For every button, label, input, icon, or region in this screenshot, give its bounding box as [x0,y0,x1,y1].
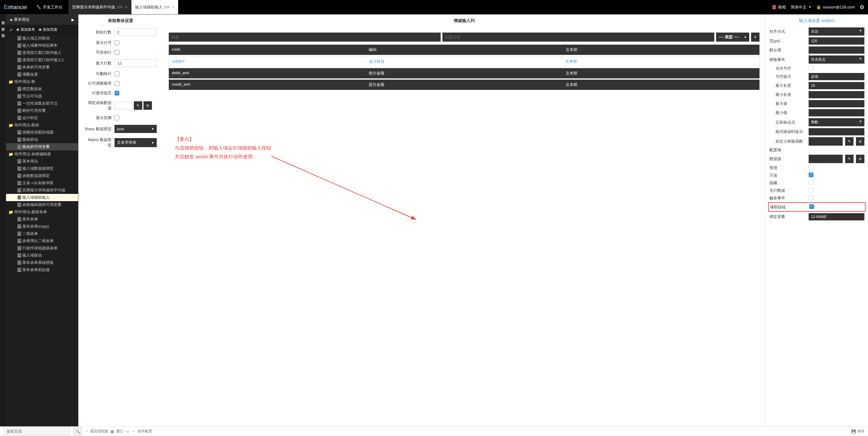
tree-item[interactable]: 表单的可用变量 [6,64,78,71]
tree-item[interactable]: 输入域事件响应脚本 [6,42,78,49]
tree-item[interactable]: 📁组件用法-树 [6,78,78,85]
prop-input-empty_tip[interactable] [809,73,864,80]
prop-input-format_error[interactable] [809,128,864,135]
edit-icon[interactable]: ✎ [845,155,854,163]
add-page-button[interactable]: ✚ 添加页面 [38,27,57,32]
prop-input-width[interactable] [809,37,864,45]
tree-item[interactable]: 一次性加载全部节点 [6,100,78,107]
tree-item[interactable]: 会计科目 [6,114,78,121]
tree-item[interactable]: 饼图柱状图折线图 [6,129,78,136]
select-col-type[interactable]: ---- 类型 ----▼ [716,33,749,41]
prop-input-min_len[interactable] [809,91,864,98]
prop-input-datasource[interactable] [809,155,843,163]
tree-item[interactable]: 输入域之间联动 [6,35,78,42]
search-input[interactable] [4,427,70,436]
tree-item[interactable]: 树的可用变量 [6,107,78,114]
search-button[interactable]: 🔍 [73,427,82,436]
prop-check-hidden[interactable] [809,180,813,185]
prop-check-no_row_data[interactable] [809,187,813,192]
tree-item[interactable]: 绑定数据表 [6,85,78,93]
tree-item[interactable]: 📁组件用法-表格编辑器 [6,150,78,158]
user-menu[interactable]: 🔒 soooon@126.com [816,5,855,9]
check-can-add-row[interactable] [115,50,119,55]
edit-icon[interactable]: ✎ [845,137,854,146]
expand-icon[interactable]: ⤢ [10,27,13,32]
prop-select-validate_event[interactable]: 失去焦点▼ [809,56,864,64]
tree-item[interactable]: 输入域辅助输入 [6,194,78,201]
check-show-footer[interactable] [115,115,119,120]
prop-input-min_val[interactable] [809,109,864,116]
prop-select-align[interactable]: 左边▼ [809,27,864,36]
tree-item[interactable]: 基本用法 [6,158,78,165]
add-col-button[interactable]: + [751,33,760,41]
tree-item[interactable]: 主表->从表格详情 [6,179,78,187]
tree-item[interactable]: 表格编辑器的可用变量 [6,201,78,208]
tree-item[interactable]: 📁组件用法-图表 [6,121,78,129]
block-icon[interactable]: ⊘ [856,137,864,146]
tree-item[interactable]: 图表的可用变量 [6,143,78,150]
input-max-rows[interactable] [115,59,157,67]
prop-input-default_val[interactable] [809,47,864,54]
prop-input-max_len[interactable] [809,82,864,89]
tab-1[interactable]: 页脚显示求和值和平均值 185 × [68,0,131,14]
tree-item[interactable]: 基本表单(copy) [6,223,78,230]
gear-icon[interactable]: ⚙ [860,4,864,10]
tree-item[interactable]: 使用其它窗口组件输入 [6,49,78,56]
prop-input-custom_validate[interactable] [809,137,843,146]
prop-input-bind_var[interactable] [809,213,864,221]
tree-item[interactable]: 二维表单 [6,230,78,237]
column-row[interactable]: credit_amt贷方金额文本框 [169,80,760,90]
check-row-sortable[interactable] [115,81,119,86]
column-row[interactable]: subject会计科目文本框 [169,56,760,67]
tree-item[interactable]: 图表联动 [6,136,78,143]
input-col-name[interactable] [169,33,441,41]
tree-item[interactable]: 节点可勾选 [6,93,78,100]
add-menu-button[interactable]: ✚ 添加菜单 [16,27,35,32]
back-link[interactable]: ← 返回流程图 [86,429,108,434]
tree-item[interactable]: 表单弹出二维表单 [6,237,78,244]
tab-2[interactable]: 输入域辅助输入 188 × [131,0,179,14]
input-bind-ds[interactable] [115,102,133,110]
prop-check-assist_btn[interactable] [809,204,814,209]
select-matrix-dt[interactable]: 文本字符串▼ [115,138,157,147]
tree-item[interactable]: 表格数据源绑定 [6,172,78,179]
column-row[interactable]: debit_amt借方金额文本框 [169,68,760,78]
save-button[interactable]: 💾 保存 [851,429,864,434]
tree-item[interactable]: 使用其它窗口组件输入2 [6,56,78,64]
tree-item[interactable]: 基本表单基础校验 [6,259,78,266]
side-tab-data[interactable]: 数据名称 [0,22,6,28]
column-row[interactable]: code编码文本框 [169,45,760,55]
prop-check-allow_empty[interactable] [809,65,813,70]
prop-check-readonly[interactable] [809,172,813,177]
tree-item[interactable]: 输入域联动 [6,252,78,259]
block-icon[interactable]: ⊘ [856,155,864,163]
tree-item[interactable]: 行操作按钮超级表单 [6,244,78,252]
tree-item[interactable]: 输入域数据源绑定 [6,165,78,172]
side-tab-impl[interactable]: 实现配置 [0,28,6,35]
tree-item[interactable]: 基本表单 [6,215,78,223]
breadcrumb-window[interactable]: 窗口 [116,429,124,434]
block-icon[interactable]: ⊘ [144,101,152,110]
close-icon[interactable]: × [172,5,175,10]
input-col-display[interactable] [442,33,714,41]
check-can-del-row[interactable] [115,71,119,76]
prop-select-regex[interactable]: 整数▼ [809,118,864,126]
check-row-hover[interactable] [115,91,119,95]
chevron-left-icon[interactable]: ◀ [10,18,12,21]
tree-item[interactable]: 增删改查 [6,71,78,78]
tutorial-link[interactable]: 📕 教程 [772,4,786,10]
tree-item[interactable]: 基本表单初始值 [6,266,78,273]
prop-input-max_val[interactable] [809,100,864,107]
check-show-row-num[interactable] [115,40,119,45]
close-icon[interactable]: × [125,5,127,10]
prop-check-disabled[interactable] [809,165,813,170]
play-icon[interactable]: ▶ [71,18,74,22]
workbench-button[interactable]: 🔧 开发工作台 [36,4,62,10]
edit-icon[interactable]: ✎ [134,101,142,110]
side-tab-page[interactable]: 页面管理 [0,16,6,22]
language-select[interactable]: 简体中文 ▼ [791,4,811,10]
tree-item[interactable]: 页脚显示求和值和平均值 [6,187,78,194]
select-rows-dt[interactable]: json▼ [115,125,157,133]
prop-check-trigger_event[interactable] [809,195,813,200]
tree-item[interactable]: 📁组件用法-超级表单 [6,208,78,215]
